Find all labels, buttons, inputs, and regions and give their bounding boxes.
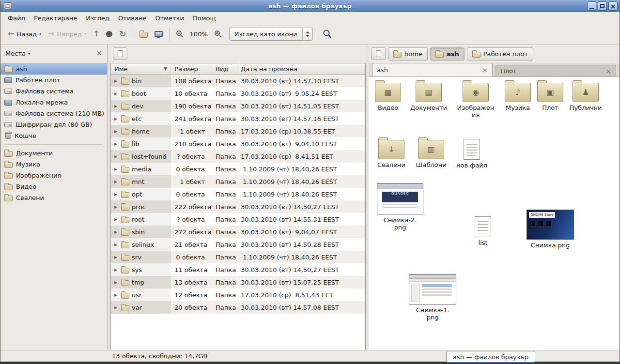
expander-icon[interactable]: ▶ [114,129,119,134]
icon-item-snimka[interactable]: GNOME Store Снимка.png [526,210,575,249]
table-row[interactable]: ▶etc241 обектаПапка30.03.2010 (вт) 14,57… [111,112,365,125]
sidebar-item-encrypted-80gb[interactable]: Шифриран дял (80 GB) [0,119,107,130]
table-row[interactable]: ▶sys11 обектаПапка30.03.2010 (вт) 14,50,… [111,263,365,276]
expander-icon[interactable]: ▶ [114,305,119,310]
icon-item-snimka-2[interactable]: GUADEC Снимка-2.png [375,183,425,231]
menu-file[interactable]: Файл [3,13,30,23]
sidebar-item-filesystem[interactable]: Файлова система [0,86,107,97]
menu-view[interactable]: Изглед [81,13,114,23]
icon-item-video[interactable]: ▦ Видео [369,83,407,111]
maximize-button[interactable] [598,1,607,11]
icon-item-downloads[interactable]: ↓ Свалени [372,140,411,168]
column-header-type[interactable]: Вид [212,63,237,75]
sidebar-item-network[interactable]: Локална мрежа [0,97,107,108]
icon-item-new-file[interactable]: нов файл [454,139,490,169]
expander-icon[interactable]: ▶ [114,91,119,96]
sidebar-item-pictures[interactable]: Изображения [0,170,107,181]
icon-item-templates[interactable]: ▥ Шаблони [411,140,451,168]
column-header-name[interactable]: Име▼ [111,63,171,75]
tab-close-icon[interactable]: × [605,68,611,75]
expander-icon[interactable]: ▶ [114,142,119,146]
forward-button[interactable]: → Напред ▾ [45,28,90,40]
table-row[interactable]: ▶boot10 обектаПапка30.03.2010 (вт) 9,05,… [111,87,365,100]
table-row[interactable]: ▶proc222 обектаПапка30.03.2010 (вт) 14,5… [111,200,365,213]
tab-ash[interactable]: ash× [372,63,493,76]
breadcrumb-desktop[interactable]: Работен плот [467,47,533,61]
minimize-button[interactable] [587,1,596,11]
table-row[interactable]: ▶opt0 обектаПапка 1.10.2009 (чт) 18,40,2… [111,188,365,200]
icon-item-desktop[interactable]: ▣ Плот [533,83,568,111]
expander-icon[interactable]: ▶ [114,180,119,184]
view-mode-combo[interactable]: Изглед като икони [229,28,313,41]
taskbar-window-button[interactable]: ash — файлов браузър [446,351,535,363]
sidebar-item-documents[interactable]: Документи [0,148,107,159]
sidebar-item-music[interactable]: Музика [0,159,107,170]
table-row[interactable]: ▶lost+found? обектаПапка17.03.2010 (ср) … [111,150,365,163]
sidebar-item-desktop[interactable]: Работен плот [0,75,107,86]
tab-plot[interactable]: Плот× [496,65,616,76]
icon-view[interactable]: ▦ Видео ▤ Документи ◉ Изображения ♪ Музи… [369,77,620,350]
back-dropdown-icon[interactable]: ▾ [39,32,41,36]
breadcrumb-ash[interactable]: ash [430,47,465,61]
menu-bookmarks[interactable]: Отметки [151,13,188,23]
table-row[interactable]: ▶lib210 обектаПапка30.03.2010 (вт) 9,04,… [111,137,365,150]
expander-icon[interactable]: ▶ [114,205,119,209]
up-button[interactable]: ↑ [90,28,103,40]
sidebar-close-icon[interactable]: × [96,50,103,57]
column-header-size[interactable]: Размер [171,63,212,75]
expander-icon[interactable]: ▶ [114,243,119,247]
zoom-in-button[interactable] [211,28,225,40]
stop-button[interactable] [103,29,116,40]
icon-item-public[interactable]: ♟ Публични [566,83,605,111]
home-button[interactable] [136,28,151,40]
table-row[interactable]: ▶tmp13 обектаПапка30.03.2010 (вт) 15,07,… [111,276,365,288]
expander-icon[interactable]: ▶ [114,230,119,234]
icon-item-pictures[interactable]: ◉ Изображения [456,83,495,119]
icon-item-music[interactable]: ♪ Музика [498,83,537,111]
sidebar-item-ash[interactable]: ash [0,63,107,75]
table-row[interactable]: ▶selinux21 обектаПапка30.03.2010 (вт) 14… [111,238,365,251]
table-row[interactable]: ▶usr12 обектаПапка17.03.2010 (ср) 8,51,4… [111,288,365,301]
table-row[interactable]: ▶bin108 обектаПапка30.03.2010 (вт) 14,57… [111,75,365,87]
titlebar[interactable]: ash — файлов браузър × [0,0,620,12]
icon-item-list[interactable]: list [465,216,501,246]
search-button[interactable] [319,27,336,41]
reload-button[interactable]: ↻ [116,28,129,41]
close-button[interactable]: × [608,1,618,11]
sidebar-item-trash[interactable]: Кошче [0,130,107,141]
sidebar-dropdown-icon[interactable]: ▾ [28,51,31,56]
zoom-out-button[interactable] [172,28,187,40]
expander-icon[interactable]: ▶ [114,154,119,159]
icon-item-snimka-1[interactable]: Снимка-1.png [408,274,457,321]
sidebar-item-video[interactable]: Видео [0,181,107,192]
menu-help[interactable]: Помощ [188,13,220,23]
location-toggle-button[interactable] [371,47,386,60]
expander-icon[interactable]: ▶ [114,167,119,171]
table-row[interactable]: ▶srv0 обектаПапка 1.10.2009 (чт) 18,40,2… [111,251,365,263]
expander-icon[interactable]: ▶ [114,192,119,197]
sidebar-item-filesystem-210mb[interactable]: Файлова система (210 MB) [0,108,107,119]
computer-button[interactable] [151,29,166,40]
breadcrumb-home[interactable]: home [388,47,428,61]
expander-icon[interactable]: ▶ [114,117,119,121]
sidebar-item-downloads[interactable]: Свалени [0,192,107,203]
expander-icon[interactable]: ▶ [114,293,119,297]
tab-close-icon[interactable]: × [482,67,488,74]
icon-item-documents[interactable]: ▤ Документи [409,83,448,111]
location-toggle-button[interactable] [113,47,127,60]
table-row[interactable]: ▶root? обектаПапка30.03.2010 (вт) 14,55,… [111,213,365,226]
forward-dropdown-icon[interactable]: ▾ [84,32,86,36]
expander-icon[interactable]: ▶ [114,280,119,285]
back-button[interactable]: ← Назад ▾ [4,28,45,40]
table-row[interactable]: ▶var20 обектаПапка30.03.2010 (вт) 14,57,… [111,301,365,314]
table-row[interactable]: ▶media0 обектаПапка 1.10.2009 (чт) 18,40… [111,163,365,175]
table-row[interactable]: ▶mnt1 обектПапка 1.10.2009 (чт) 18,40,26… [111,175,365,188]
menu-edit[interactable]: Редактиране [30,13,81,23]
expander-icon[interactable]: ▶ [114,79,119,83]
expander-icon[interactable]: ▶ [114,217,119,222]
expander-icon[interactable]: ▶ [114,104,119,108]
table-row[interactable]: ▶sbin272 обектаПапка30.03.2010 (вт) 9,04… [111,226,365,238]
expander-icon[interactable]: ▶ [114,268,119,272]
menu-go[interactable]: Отиване [114,13,151,23]
table-row[interactable]: ▶dev190 обектаПапка30.03.2010 (вт) 14,51… [111,100,365,112]
